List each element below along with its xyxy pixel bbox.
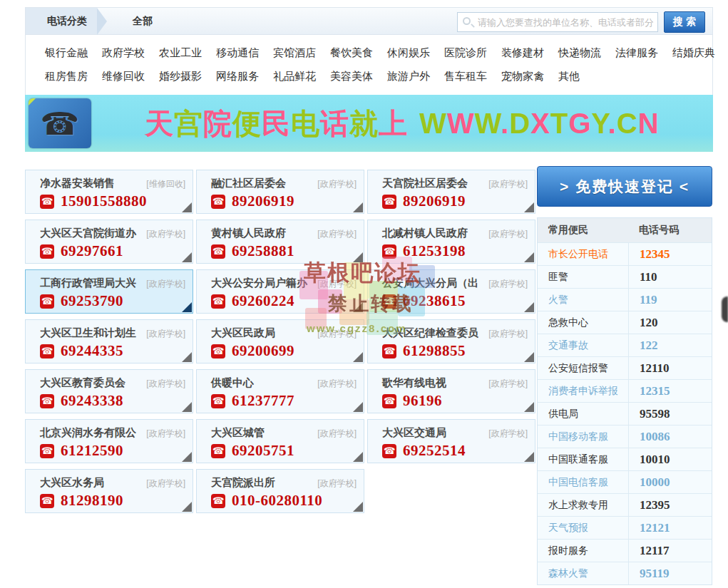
table-row[interactable]: 报时服务12117: [538, 539, 712, 562]
service-number: 122: [628, 334, 712, 356]
service-number: 95598: [628, 403, 712, 425]
search-button[interactable]: 搜 索: [664, 11, 705, 33]
banner-corner-flag: [29, 98, 36, 105]
table-row[interactable]: 匪警110: [538, 265, 712, 288]
listing-card[interactable]: 大兴区天宫院街道办[政府学校]☎69297661: [25, 220, 193, 264]
category-link[interactable]: 农业工业: [159, 46, 202, 60]
service-label: 交通事故: [538, 334, 628, 356]
listing-card[interactable]: 北京兴润水务有限公[政府学校]☎61212590: [25, 419, 193, 463]
listing-phone-row: ☎69253790: [40, 292, 185, 310]
category-link[interactable]: 网络服务: [216, 70, 259, 83]
listing-phone-row: ☎010-60280110: [211, 492, 357, 510]
listing-card[interactable]: 大兴区纪律检查委员[政府学校]☎61298855: [367, 319, 535, 363]
table-row[interactable]: 消费者申诉举报12315: [538, 379, 712, 402]
listing-phone-number: 61237777: [232, 392, 294, 410]
category-link[interactable]: 法律服务: [615, 46, 658, 60]
service-label: 供电局: [538, 403, 628, 425]
listing-name: 大兴区城管: [211, 426, 265, 440]
category-link[interactable]: 宠物家禽: [501, 70, 544, 83]
listing-card[interactable]: 大兴区卫生和计划生[政府学校]☎69244335: [25, 319, 193, 363]
category-link[interactable]: 婚纱摄影: [159, 70, 202, 83]
phone-icon: ☎: [40, 294, 54, 309]
card-corner-triangle: [182, 302, 192, 312]
category-link[interactable]: 其他: [558, 70, 580, 83]
table-row[interactable]: 天气预报12121: [538, 516, 712, 539]
table-row[interactable]: 中国移动客服10086: [538, 425, 712, 448]
table-row[interactable]: 中国电信客服10000: [538, 470, 712, 493]
tab-phone-categories-label: 电话分类: [47, 15, 87, 28]
sidebar: > 免费快速登记 < 常用便民 电话号码 市长公开电话12345匪警110火警1…: [537, 166, 712, 585]
category-link[interactable]: 租房售房: [45, 70, 88, 83]
tab-phone-categories[interactable]: 电话分类: [26, 8, 97, 34]
banner-char: C: [617, 108, 638, 139]
table-row[interactable]: 公安短信报警12110: [538, 356, 712, 379]
promo-banner[interactable]: ☎ 天宫院便民电话就上 WWW.DXTGY.CN: [25, 95, 713, 152]
listing-name: 净水器安装销售: [40, 177, 115, 190]
category-link[interactable]: 银行金融: [45, 46, 88, 60]
listing-name: 天宫院社区居委会: [382, 177, 468, 190]
listing-category-tag: [政府学校]: [488, 228, 528, 240]
table-row[interactable]: 火警119: [538, 288, 712, 311]
table-row[interactable]: 市长公开电话12345: [538, 242, 712, 265]
table-row[interactable]: 交通事故122: [538, 334, 712, 356]
listing-name: 歌华有线电视: [382, 376, 446, 390]
free-register-button[interactable]: > 免费快速登记 <: [537, 166, 712, 207]
listing-card[interactable]: 北减村镇人民政府[政府学校]☎61253198: [367, 220, 535, 264]
phone-icon: ☎: [382, 244, 396, 259]
listing-name: 天宫院派出所: [211, 476, 275, 490]
listing-name: 工商行政管理局大兴: [40, 277, 136, 290]
category-link[interactable]: 旅游户外: [387, 70, 430, 83]
phone-icon: ☎: [382, 444, 396, 458]
edge-scroll-handle[interactable]: [722, 296, 728, 322]
service-number: 12110: [628, 357, 712, 379]
search-box: [457, 12, 658, 32]
category-links: 银行金融政府学校农业工业移动通信宾馆酒店餐饮美食休闲娱乐医院诊所装修建材快递物流…: [26, 35, 712, 95]
service-number: 12117: [628, 540, 712, 562]
category-link[interactable]: 政府学校: [102, 46, 145, 60]
category-link[interactable]: 售车租车: [444, 70, 487, 83]
category-link[interactable]: 装修建材: [501, 46, 544, 60]
card-corner-triangle: [524, 452, 534, 462]
listing-card[interactable]: 歌华有线电视[政府学校]☎96196: [367, 369, 535, 413]
category-link[interactable]: 结婚庆典: [672, 46, 715, 60]
category-link[interactable]: 医院诊所: [444, 46, 487, 60]
listing-card[interactable]: 黄村镇人民政府[政府学校]☎69258881: [196, 220, 364, 264]
table-row[interactable]: 急救中心120: [538, 311, 712, 334]
banner-char: 天: [145, 108, 174, 139]
category-link[interactable]: 餐饮美食: [330, 46, 373, 60]
category-link[interactable]: 宾馆酒店: [273, 46, 316, 60]
listing-card[interactable]: 大兴区水务局[政府学校]☎81298190: [25, 469, 193, 513]
table-row[interactable]: 森林火警95119: [538, 562, 712, 584]
listing-card[interactable]: 供暖中心[政府学校]☎61237777: [196, 369, 364, 413]
category-link[interactable]: 快递物流: [558, 46, 601, 60]
listing-category-tag: [政府学校]: [317, 378, 357, 390]
listing-phone-number: 81298190: [61, 492, 123, 510]
category-link[interactable]: 维修回收: [102, 70, 145, 83]
category-link[interactable]: 休闲娱乐: [387, 46, 430, 60]
listing-card[interactable]: 工商行政管理局大兴[政府学校]☎69253790: [25, 269, 193, 314]
category-link[interactable]: 礼品鲜花: [273, 70, 316, 83]
banner-char: 院: [203, 108, 232, 139]
listing-card[interactable]: 大兴区民政局[政府学校]☎69200699: [196, 319, 364, 363]
table-body: 市长公开电话12345匪警110火警119急救中心120交通事故122公安短信报…: [538, 242, 712, 584]
listing-card[interactable]: 天宫院社区居委会[政府学校]☎89206919: [367, 170, 535, 214]
listing-category-tag: [政府学校]: [488, 428, 528, 440]
listing-card[interactable]: 大兴区城管[政府学校]☎69205751: [196, 419, 364, 463]
search-input[interactable]: [458, 13, 657, 31]
banner-title: 天宫院便民电话就上 WWW.DXTGY.CN: [91, 95, 713, 152]
table-row[interactable]: 水上求救专用12395: [538, 493, 712, 516]
category-link[interactable]: 移动通信: [216, 46, 259, 60]
table-row[interactable]: 供电局95598: [538, 402, 712, 425]
listing-card[interactable]: 公安局大兴分局（出[政府学校]☎69238615: [367, 269, 535, 314]
category-link[interactable]: 美容美体: [330, 70, 373, 83]
table-row[interactable]: 中国联通客服10010: [538, 448, 712, 470]
banner-char: 宫: [174, 108, 203, 139]
banner-space: [408, 95, 419, 152]
listing-card[interactable]: 融汇社区居委会[政府学校]☎89206919: [196, 170, 364, 214]
listing-card[interactable]: 天宫院派出所[政府学校]☎010-60280110: [196, 469, 364, 513]
listing-card[interactable]: 净水器安装销售[维修回收]☎15901558880: [25, 170, 193, 214]
listing-card[interactable]: 大兴区教育委员会[政府学校]☎69243338: [25, 369, 193, 413]
listing-card[interactable]: 大兴区交通局[政府学校]☎69252514: [367, 419, 535, 463]
category-row-2: 租房售房维修回收婚纱摄影网络服务礼品鲜花美容美体旅游户外售车租车宠物家禽其他: [45, 70, 712, 83]
listing-card[interactable]: 大兴公安分局户籍办[政府学校]☎69260224: [196, 269, 364, 314]
